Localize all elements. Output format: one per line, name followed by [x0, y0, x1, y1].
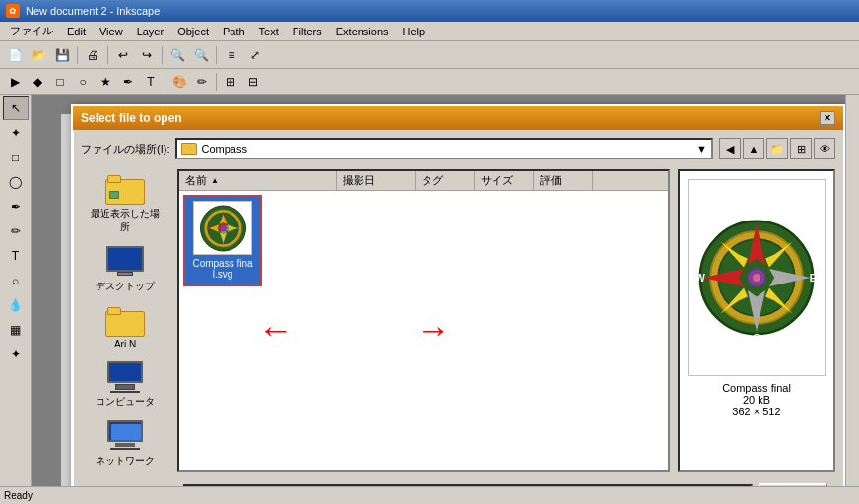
save-btn[interactable]: 💾 [51, 44, 73, 66]
status-bar: Ready [0, 486, 859, 504]
dialog-close-button[interactable]: ✕ [820, 111, 835, 125]
new-btn[interactable]: 📄 [4, 44, 26, 66]
nav-up-btn[interactable]: ▲ [743, 138, 764, 159]
menu-edit[interactable]: Edit [61, 25, 92, 38]
menu-path[interactable]: Path [217, 25, 251, 38]
menu-help[interactable]: Help [397, 25, 431, 38]
node-tool[interactable]: ✦ [3, 121, 29, 145]
open-button[interactable]: 開く(O) [759, 483, 827, 486]
preview-info: Compass final 20 kB 362 × 512 [722, 382, 791, 417]
left-panel-user[interactable]: Ari N [86, 301, 165, 353]
svg-text:S: S [754, 333, 760, 344]
gradient-tool[interactable]: ▦ [3, 318, 29, 342]
pen-mode[interactable]: ✒ [117, 71, 139, 93]
dialog-title-text: Select file to open [81, 111, 182, 125]
monitor-screen [106, 246, 144, 272]
nav-back-btn[interactable]: ◀ [719, 138, 741, 159]
file-item-compass[interactable]: Compass final.svg [183, 195, 262, 286]
filename-row: ファイル名(N): Compass final.svg ▼ 開く(O) [89, 483, 827, 486]
guide-btn[interactable]: ⊟ [242, 71, 264, 93]
menu-layer[interactable]: Layer [131, 25, 170, 38]
left-panel-desktop[interactable]: デスクトップ [86, 242, 165, 297]
location-label: ファイルの場所(I): [81, 142, 169, 157]
col-rating[interactable]: 評価 [534, 171, 593, 190]
circle-mode[interactable]: ○ [72, 71, 94, 93]
left-panel-recent[interactable]: 最近表示した場所 [86, 169, 165, 238]
preview-area: N S W E Compass final [678, 169, 835, 472]
preview-filename: Compass final [722, 382, 791, 394]
stroke-btn[interactable]: ✏ [191, 71, 213, 93]
menu-view[interactable]: View [94, 25, 129, 38]
sep4 [216, 46, 217, 64]
location-combo[interactable]: Compass ▼ [175, 138, 713, 159]
ellipse-tool[interactable]: ◯ [3, 170, 29, 194]
file-list-header: 名前 ▲ 撮影日 タグ [179, 171, 668, 191]
title-bar: ✿ New document 2 - Inkscape [0, 0, 859, 22]
nav-preview-btn[interactable]: 👁 [814, 138, 835, 159]
col-size[interactable]: サイズ [475, 171, 534, 190]
spray-tool[interactable]: ✦ [3, 343, 29, 366]
star-mode[interactable]: ★ [95, 71, 116, 93]
svg-text:E: E [810, 273, 817, 284]
desktop-icon [105, 246, 145, 278]
menu-text[interactable]: Text [253, 25, 285, 38]
svg-point-11 [220, 225, 226, 231]
file-dialog: Select file to open ✕ ファイルの場所(I): Compas… [71, 104, 845, 486]
col-date[interactable]: 撮影日 [337, 171, 416, 190]
main-area: ↖ ✦ □ ◯ ✒ ✏ T ⌕ 💧 ▦ ✦ Select file to ope… [0, 94, 859, 486]
menu-file[interactable]: ファイル [4, 23, 59, 39]
zoom-out-btn[interactable]: 🔍 [190, 44, 212, 66]
svg-text:W: W [695, 273, 705, 284]
sep2 [107, 46, 108, 64]
dialog-title-bar: Select file to open ✕ [73, 106, 843, 130]
redo-btn[interactable]: ↪ [136, 44, 158, 66]
align-btn[interactable]: ≡ [221, 44, 242, 66]
select-tool[interactable]: ↖ [3, 96, 29, 120]
file-name: Compass final.svg [189, 257, 256, 281]
menu-extensions[interactable]: Extensions [330, 25, 395, 38]
fill-btn[interactable]: 🎨 [168, 71, 190, 93]
zoom-in-btn[interactable]: 🔍 [166, 44, 188, 66]
location-value: Compass [201, 143, 246, 155]
dropper-tool[interactable]: 💧 [3, 293, 29, 317]
preview-dimensions: 362 × 512 [722, 406, 791, 417]
network-label: ネットワーク [96, 454, 155, 468]
canvas-area: Select file to open ✕ ファイルの場所(I): Compas… [32, 94, 845, 486]
print-btn[interactable]: 🖨 [82, 44, 103, 66]
col-name[interactable]: 名前 ▲ [179, 171, 337, 190]
folder-icon [181, 143, 197, 155]
dialog-bottom: ファイル名(N): Compass final.svg ▼ 開く(O) ファイル… [81, 477, 835, 486]
preview-size: 20 kB [722, 394, 791, 406]
file-list-area: 名前 ▲ 撮影日 タグ [177, 169, 670, 472]
sort-arrow-icon: ▲ [211, 176, 219, 185]
col-tag[interactable]: タグ [416, 171, 475, 190]
select-mode[interactable]: ▶ [4, 71, 26, 93]
computer-label: コンピュータ [96, 395, 155, 409]
dialog-content: 最近表示した場所 デスクトップ [81, 169, 835, 472]
nav-view-btn[interactable]: ⊞ [790, 138, 812, 159]
filename-combo[interactable]: Compass final.svg ▼ [183, 484, 753, 486]
recent-label: 最近表示した場所 [90, 207, 161, 234]
left-panel-network[interactable]: ネットワーク [86, 416, 165, 472]
rect-mode[interactable]: □ [49, 71, 71, 93]
menu-object[interactable]: Object [171, 25, 215, 38]
nav-folder-btn[interactable]: 📁 [766, 138, 788, 159]
transform-btn[interactable]: ⤢ [244, 44, 266, 66]
rect-tool[interactable]: □ [3, 146, 29, 169]
undo-btn[interactable]: ↩ [112, 44, 134, 66]
text-mode[interactable]: T [140, 71, 162, 93]
dialog-overlay: Select file to open ✕ ファイルの場所(I): Compas… [32, 94, 845, 486]
pencil-tool[interactable]: ✏ [3, 220, 29, 243]
text-tool[interactable]: T [3, 244, 29, 268]
menu-filters[interactable]: Filters [287, 25, 328, 38]
combo-arrow-icon[interactable]: ▼ [696, 143, 707, 155]
grid-btn[interactable]: ⊞ [220, 71, 241, 93]
left-panel-computer[interactable]: コンピュータ [86, 357, 165, 412]
pen-tool[interactable]: ✒ [3, 195, 29, 219]
open-btn[interactable]: 📂 [28, 44, 49, 66]
sep3 [162, 46, 163, 64]
zoom-tool[interactable]: ⌕ [3, 269, 29, 292]
status-text: Ready [4, 490, 33, 501]
left-toolbar: ↖ ✦ □ ◯ ✒ ✏ T ⌕ 💧 ▦ ✦ [0, 94, 32, 486]
node-mode[interactable]: ◆ [27, 71, 48, 93]
